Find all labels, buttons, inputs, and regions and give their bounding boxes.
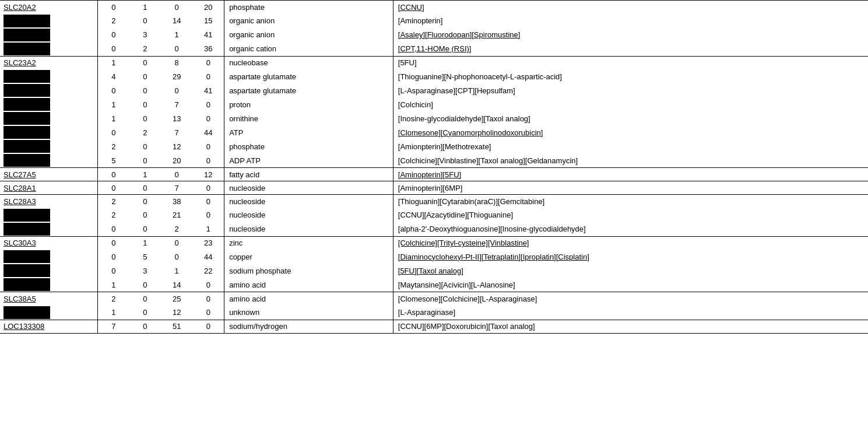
black-block <box>3 209 50 222</box>
num-col-4: 41 <box>192 83 224 97</box>
gene-cell <box>0 42 97 57</box>
num-col-3: 13 <box>161 111 192 125</box>
drug-list: [Diaminocyclohexyl-Pt-II][Tetraplatin][I… <box>398 253 589 261</box>
gene-cell: SLC30A3 <box>0 236 97 250</box>
black-block <box>3 15 50 27</box>
drug-list: [Maytansine][Acivicin][L-Alanosine] <box>398 281 515 289</box>
num-col-4: 20 <box>192 1 224 14</box>
num-col-2: 2 <box>129 42 161 57</box>
black-block <box>3 306 50 319</box>
num-col-2: 0 <box>129 222 161 237</box>
table-row: 0021nucleoside[alpha-2'-Deoxythioguanosi… <box>0 222 868 237</box>
drug-list: [5FU] <box>398 58 417 67</box>
table-row: 00041aspartate glutamate[L-Asparaginase]… <box>0 83 868 97</box>
table-row: 10140amino acid[Maytansine][Acivicin][L-… <box>0 278 868 292</box>
substrate-cell: nucleoside <box>224 208 393 222</box>
drug-list: [Colchicine][Trityl-cysteine][Vinblastin… <box>398 239 529 247</box>
gene-cell <box>0 28 97 42</box>
drugs-cell: [CCNU][6MP][Doxorubicin][Taxol analog] <box>393 320 868 333</box>
num-col-3: 21 <box>161 208 192 222</box>
num-col-3: 25 <box>161 292 192 306</box>
table-row: SLC30A301023zinc[Colchicine][Trityl-cyst… <box>0 236 868 250</box>
substrate-cell: organic anion <box>224 14 393 28</box>
gene-cell <box>0 125 97 139</box>
table-row: 03141organic anion[Asaley][Fluorodopan][… <box>0 28 868 42</box>
num-col-2: 3 <box>129 28 161 42</box>
num-col-2: 0 <box>129 306 161 320</box>
num-col-3: 51 <box>161 320 192 333</box>
drug-list: [Colchicin] <box>398 100 433 109</box>
gene-cell: LOC133308 <box>0 320 97 333</box>
num-col-4: 0 <box>192 153 224 168</box>
num-col-4: 0 <box>192 181 224 195</box>
gene-cell <box>0 111 97 125</box>
substrate-cell: ornithine <box>224 111 393 125</box>
drug-list: [CCNU][6MP][Doxorubicin][Taxol analog] <box>398 322 535 331</box>
black-block <box>3 70 50 83</box>
drugs-cell: [alpha-2'-Deoxythioguanosine][Inosine-gl… <box>393 222 868 237</box>
num-col-1: 1 <box>97 111 129 125</box>
drugs-cell: [Aminopterin][6MP] <box>393 181 868 195</box>
num-col-3: 14 <box>161 14 192 28</box>
substrate-cell: nucleobase <box>224 56 393 69</box>
num-col-4: 0 <box>192 111 224 125</box>
num-col-3: 0 <box>161 1 192 14</box>
table-row: 03122sodium phosphate[5FU][Taxol analog] <box>0 264 868 278</box>
table-row: 10130ornithine[Inosine-glycodialdehyde][… <box>0 111 868 125</box>
num-col-3: 1 <box>161 28 192 42</box>
table-row: 05044copper[Diaminocyclohexyl-Pt-II][Tet… <box>0 250 868 264</box>
num-col-4: 44 <box>192 250 224 264</box>
drug-list: [Inosine-glycodialdehyde][Taxol analog] <box>398 114 530 123</box>
num-col-1: 0 <box>97 83 129 97</box>
table-row: 20120phosphate[Amionpterin][Methotrexate… <box>0 139 868 153</box>
black-block <box>3 154 50 167</box>
num-col-3: 2 <box>161 222 192 237</box>
table-row: SLC38A520250amino acid[Clomesone][Colchi… <box>0 292 868 306</box>
num-col-2: 0 <box>129 97 161 111</box>
gene-cell <box>0 14 97 28</box>
num-col-2: 1 <box>129 168 161 181</box>
num-col-2: 0 <box>129 14 161 28</box>
num-col-1: 7 <box>97 320 129 333</box>
drugs-cell: [Aminopterin] <box>393 14 868 28</box>
black-block <box>3 250 50 263</box>
substrate-cell: nucleoside <box>224 195 393 208</box>
drug-list: [Amionpterin][Methotrexate] <box>398 142 491 151</box>
num-col-1: 0 <box>97 222 129 237</box>
gene-label: SLC20A2 <box>3 3 36 12</box>
num-col-1: 2 <box>97 195 129 208</box>
drugs-cell: [Clomesone][Colchicine][L-Asparaginase] <box>393 292 868 306</box>
drugs-cell: [5FU][Taxol analog] <box>393 264 868 278</box>
gene-cell <box>0 306 97 320</box>
table-row: 10120unknown[L-Asparaginase] <box>0 306 868 320</box>
num-col-2: 1 <box>129 1 161 14</box>
drugs-cell: [Aminopterin][5FU] <box>393 168 868 181</box>
num-col-2: 0 <box>129 278 161 292</box>
num-col-2: 0 <box>129 195 161 208</box>
drugs-cell: [L-Asparaginase] <box>393 306 868 320</box>
substrate-cell: sodium/hydrogen <box>224 320 393 333</box>
num-col-1: 0 <box>97 28 129 42</box>
drugs-cell: [Amionpterin][Methotrexate] <box>393 139 868 153</box>
num-col-1: 0 <box>97 1 129 14</box>
drug-list: [Thioguanin][Cytarabin(araC)][Gemcitabin… <box>398 197 544 206</box>
num-col-4: 15 <box>192 14 224 28</box>
table-row: 1070proton[Colchicin] <box>0 97 868 111</box>
gene-label: LOC133308 <box>3 322 44 331</box>
num-col-4: 44 <box>192 125 224 139</box>
num-col-2: 0 <box>129 56 161 69</box>
num-col-3: 0 <box>161 83 192 97</box>
gene-cell: SLC28A3 <box>0 195 97 208</box>
num-col-1: 0 <box>97 236 129 250</box>
table-row: SLC27A501012fatty acid[Aminopterin][5FU] <box>0 168 868 181</box>
num-col-3: 0 <box>161 168 192 181</box>
gene-cell: SLC20A2 <box>0 1 97 14</box>
num-col-4: 0 <box>192 56 224 69</box>
drugs-cell: [Inosine-glycodialdehyde][Taxol analog] <box>393 111 868 125</box>
gene-cell <box>0 83 97 97</box>
num-col-2: 0 <box>129 292 161 306</box>
num-col-4: 0 <box>192 278 224 292</box>
drugs-cell: [CPT,11-HOMe (RSI)] <box>393 42 868 57</box>
num-col-1: 0 <box>97 168 129 181</box>
num-col-3: 7 <box>161 97 192 111</box>
